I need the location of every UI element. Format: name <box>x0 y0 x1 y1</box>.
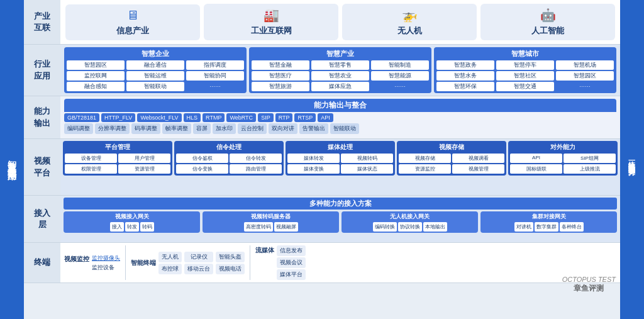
chanye-item-ai: 🤖 人工智能 <box>480 4 615 40</box>
zhongduan-smart-terminal: 智能终端 无人机 布控球 记录仪 移动云台 智能头盔 视频电话 <box>131 252 245 274</box>
enterprise-title: 智慧企业 <box>67 49 244 59</box>
nengli-title: 能力输出与整合 <box>64 99 616 112</box>
jieru-group-cluster: 集群对接网关 对讲机 数字集群 各种终台 <box>480 211 617 233</box>
jieru-label: 接入层 <box>24 196 60 242</box>
nengli-label: 能力输出 <box>24 96 60 138</box>
hangye-group-enterprise: 智慧企业 智慧园区 监控联网 融合感知 融合通信 智能运维 智能联动 <box>64 47 247 93</box>
shipin-row: 视频平台 平台管理 设备管理 用户管理 权限管理 资源管理 <box>24 139 620 196</box>
jieru-group-video: 视频接入网关 接入 转发 转码 <box>64 211 200 233</box>
watermark-cn: 章鱼评测 <box>574 283 604 294</box>
uav-icon: 🚁 <box>402 8 418 23</box>
divider2 <box>250 245 250 280</box>
chanye-row: 产业互联 🖥 信息产业 🏭 工业互联网 🚁 无人机 🤖 人工智能 <box>24 0 620 45</box>
uav-label: 无人机 <box>397 25 422 36</box>
shipin-group-signal: 信令处理 信令鉴权 信令转发 信令变换 路由管理 <box>174 141 284 176</box>
city-items: 智慧政务 智慧水务 智慧环保 智慧停车 智慧社区 智慧交通 智慧机场 <box>436 60 614 91</box>
jieru-content: 多种能力的接入方案 视频接入网关 接入 转发 转码 视频转码服务器 高密度 <box>60 196 620 242</box>
shipin-group-storage: 视频存储 视频存储 视频调看 资源监控 视频管理 <box>397 141 506 176</box>
left-label: 智慧业务系统集成应用 <box>0 0 24 319</box>
chanye-item-uav: 🚁 无人机 <box>342 4 477 40</box>
zhongduan-row: 终端 视频监控 监控摄像头 监控设备 智能终端 <box>24 243 620 283</box>
shipin-group-external: 对外能力 API SIP组网 国标级联 上级推流 <box>508 141 618 176</box>
hangye-group-city: 智慧城市 智慧政务 智慧水务 智慧环保 智慧停车 智慧社区 智慧交通 <box>434 47 616 93</box>
chanye-label: 产业互联 <box>24 0 60 44</box>
zhongduan-stream: 流媒体 信息发布 视频会议 媒体平台 <box>255 245 306 280</box>
ai-label: 人工智能 <box>531 25 564 36</box>
jieru-title: 多种能力的接入方案 <box>64 198 617 210</box>
hangye-groups: 智慧企业 智慧园区 监控联网 融合感知 融合通信 智能运维 智能联动 <box>64 47 616 93</box>
chanye-item-gongyie: 🏭 工业互联网 <box>204 4 338 40</box>
enterprise-items: 智慧园区 监控联网 融合感知 融合通信 智能运维 智能联动 指挥调度 <box>67 60 244 91</box>
jieru-groups: 视频接入网关 接入 转发 转码 视频转码服务器 高密度转码 视频融屏 <box>64 211 617 233</box>
xinxi-icon: 🖥 <box>126 8 139 23</box>
industry-items: 智慧金融 智慧医疗 智慧旅游 智慧零售 智慧农业 媒体应急 智能制造 <box>252 60 429 91</box>
right-label-text: 统一技术路线规范与联网支持 <box>628 155 636 164</box>
enterprise-col2: 融合通信 智能运维 智能联动 <box>126 60 184 91</box>
xinxi-label: 信息产业 <box>116 25 149 36</box>
main-wrapper: 智慧业务系统集成应用 产业互联 🖥 信息产业 🏭 工业互联网 🚁 无人机 <box>0 0 644 319</box>
nengli-content: 能力输出与整合 GB/T28181 HTTP_FLV Websockt_FLV … <box>60 96 620 138</box>
zhongduan-label: 终端 <box>24 243 60 283</box>
chanye-content: 🖥 信息产业 🏭 工业互联网 🚁 无人机 🤖 人工智能 <box>60 0 620 44</box>
hangye-content: 智慧企业 智慧园区 监控联网 融合感知 融合通信 智能运维 智能联动 <box>60 45 620 96</box>
nengli-row: 能力输出 能力输出与整合 GB/T28181 HTTP_FLV Websockt… <box>24 96 620 139</box>
hangye-label: 行业应用 <box>24 45 60 96</box>
gongye-label: 工业互联网 <box>251 25 292 36</box>
divider1 <box>125 245 126 280</box>
watermark: OCTOPUS TEST 章鱼评测 <box>562 276 616 294</box>
nengli-tags: GB/T28181 HTTP_FLV Websockt_FLV HLS RTMP… <box>64 113 616 122</box>
enterprise-col1: 智慧园区 监控联网 融合感知 <box>67 60 125 91</box>
chanye-item-xinxi: 🖥 信息产业 <box>65 4 200 40</box>
content-area: 产业互联 🖥 信息产业 🏭 工业互联网 🚁 无人机 🤖 人工智能 <box>24 0 620 319</box>
zhongduan-video-monitor: 视频监控 监控摄像头 监控设备 <box>64 254 120 272</box>
city-title: 智慧城市 <box>436 49 614 59</box>
shipin-label: 视频平台 <box>24 139 60 195</box>
hangye-group-industry: 智慧产业 智慧金融 智慧医疗 智慧旅游 智慧零售 智慧农业 媒体应急 <box>249 47 431 93</box>
shipin-group-media: 媒体处理 媒体转发 视频转码 媒体变换 媒体状态 <box>286 141 395 176</box>
industry-title: 智慧产业 <box>252 49 429 59</box>
left-label-text: 智慧业务系统集成应用 <box>7 154 18 166</box>
nengli-sub-tags: 编码调整 分辨率调整 码率调整 帧率调整 容屏 加水印 云台控制 双向对讲 告警… <box>64 123 616 134</box>
jieru-group-uav: 无人机接入网关 编码转换 协议转换 本地输出 <box>341 211 478 233</box>
jieru-row: 接入层 多种能力的接入方案 视频接入网关 接入 转发 转码 视频转码服务器 <box>24 196 620 243</box>
gongye-icon: 🏭 <box>264 8 279 23</box>
right-label: 统一技术路线规范与联网支持 <box>620 0 644 319</box>
jieru-group-transcode: 视频转码服务器 高密度转码 视频融屏 <box>203 211 339 233</box>
zhongduan-content: 视频监控 监控摄像头 监控设备 智能终端 无人机 布控球 <box>60 243 620 283</box>
ai-icon: 🤖 <box>540 8 556 23</box>
watermark-logo: OCTOPUS TEST <box>562 276 616 283</box>
hangye-row: 行业应用 智慧企业 智慧园区 监控联网 融合感知 <box>24 45 620 96</box>
shipin-content: 平台管理 设备管理 用户管理 权限管理 资源管理 <box>60 139 620 195</box>
shipin-groups: 平台管理 设备管理 用户管理 权限管理 资源管理 <box>63 141 618 176</box>
enterprise-col3: 指挥调度 智能协同 …… <box>186 60 244 91</box>
shipin-group-platform: 平台管理 设备管理 用户管理 权限管理 资源管理 <box>63 141 172 176</box>
